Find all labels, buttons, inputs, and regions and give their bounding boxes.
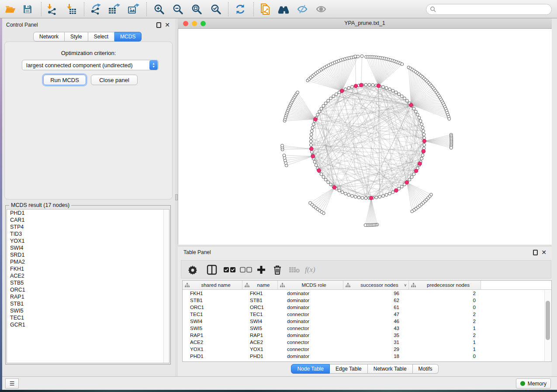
- table-row[interactable]: PHD1PHD1dominator180: [183, 353, 551, 360]
- network-node[interactable]: [338, 189, 341, 192]
- network-node[interactable]: [382, 86, 385, 89]
- network-node[interactable]: [408, 178, 411, 181]
- list-item[interactable]: TID3: [7, 230, 169, 237]
- network-node[interactable]: [315, 164, 318, 167]
- network-node[interactable]: [422, 130, 425, 133]
- network-node[interactable]: [327, 181, 330, 184]
- network-node[interactable]: [418, 116, 421, 119]
- network-node[interactable]: [416, 113, 419, 116]
- list-item[interactable]: STB1: [7, 300, 169, 307]
- tab-network-table[interactable]: Network Table: [368, 364, 413, 374]
- close-panel-button[interactable]: Close panel: [91, 75, 138, 85]
- table-row[interactable]: FKH1FKH1dominator962: [183, 290, 551, 297]
- network-node[interactable]: [378, 195, 381, 198]
- mcds-hub-node[interactable]: [394, 189, 398, 193]
- table-scrollbar[interactable]: [544, 290, 551, 361]
- tab-mcds[interactable]: MCDS: [114, 32, 142, 41]
- list-item[interactable]: ACE2: [7, 272, 169, 279]
- network-node[interactable]: [310, 130, 313, 133]
- mcds-hub-node[interactable]: [418, 162, 422, 166]
- mcds-hub-node[interactable]: [309, 147, 313, 151]
- hide-details-icon[interactable]: [296, 3, 308, 15]
- export-table-icon[interactable]: [108, 3, 120, 15]
- network-node[interactable]: [309, 202, 312, 205]
- network-node[interactable]: [320, 107, 323, 110]
- network-node[interactable]: [388, 88, 391, 91]
- network-node[interactable]: [401, 63, 404, 66]
- list-item[interactable]: ORC1: [7, 286, 169, 293]
- network-node[interactable]: [361, 196, 364, 199]
- network-node[interactable]: [322, 104, 325, 107]
- network-node[interactable]: [405, 99, 408, 102]
- network-node[interactable]: [354, 55, 357, 58]
- mcds-hub-node[interactable]: [354, 84, 358, 88]
- export-image-icon[interactable]: [128, 3, 140, 15]
- tab-motifs[interactable]: Motifs: [413, 364, 439, 374]
- network-node[interactable]: [329, 183, 332, 186]
- network-node[interactable]: [311, 126, 314, 129]
- network-node[interactable]: [296, 91, 299, 94]
- network-node[interactable]: [410, 175, 413, 179]
- mcds-list-scrollbar[interactable]: [163, 210, 169, 363]
- network-node[interactable]: [327, 99, 330, 102]
- tab-edge-table[interactable]: Edge Table: [330, 364, 368, 374]
- show-graphics-icon[interactable]: [315, 3, 327, 15]
- zoom-selected-icon[interactable]: [210, 3, 222, 15]
- import-table-icon[interactable]: [65, 3, 77, 15]
- list-item[interactable]: YOX1: [7, 237, 169, 244]
- network-node[interactable]: [316, 113, 319, 116]
- mcds-hub-node[interactable]: [422, 149, 426, 153]
- open-session-icon[interactable]: [4, 3, 17, 15]
- zoom-out-icon[interactable]: [172, 3, 184, 15]
- network-node[interactable]: [357, 196, 360, 199]
- network-node[interactable]: [283, 154, 286, 157]
- network-node[interactable]: [347, 193, 350, 196]
- network-node[interactable]: [411, 210, 414, 213]
- split-columns-icon[interactable]: [207, 264, 217, 276]
- table-row[interactable]: SWI4SWI4dominator462: [183, 318, 551, 325]
- tab-network[interactable]: Network: [33, 32, 65, 41]
- network-node[interactable]: [398, 93, 401, 96]
- network-node[interactable]: [419, 120, 422, 123]
- search-input[interactable]: [436, 7, 551, 13]
- network-node[interactable]: [347, 86, 350, 89]
- list-item[interactable]: FKH1: [7, 265, 169, 272]
- network-node[interactable]: [388, 192, 391, 195]
- tab-node-table[interactable]: Node Table: [291, 364, 330, 374]
- network-node[interactable]: [335, 93, 338, 96]
- close-panel-icon[interactable]: ✕: [541, 250, 547, 255]
- float-panel-icon[interactable]: [156, 22, 161, 28]
- network-node[interactable]: [422, 133, 426, 136]
- list-item[interactable]: TEC1: [7, 314, 169, 321]
- network-node[interactable]: [313, 160, 316, 163]
- network-node[interactable]: [332, 95, 335, 98]
- list-item[interactable]: GCR1: [7, 321, 169, 328]
- network-node[interactable]: [351, 194, 354, 197]
- mcds-hub-node[interactable]: [377, 84, 381, 88]
- table-row[interactable]: ACE2ACE2connector311: [183, 339, 551, 346]
- network-node[interactable]: [351, 86, 354, 89]
- mcds-hub-node[interactable]: [311, 155, 315, 158]
- network-node[interactable]: [421, 126, 424, 129]
- mcds-hub-node[interactable]: [359, 83, 363, 87]
- network-node[interactable]: [391, 191, 394, 194]
- mcds-hub-node[interactable]: [409, 103, 413, 107]
- refresh-view-icon[interactable]: [234, 3, 246, 15]
- column-header-name[interactable]: name: [242, 281, 278, 289]
- network-node[interactable]: [360, 55, 363, 58]
- network-node[interactable]: [324, 102, 327, 105]
- network-node[interactable]: [391, 89, 394, 92]
- optimization-criterion-select[interactable]: largest connected component (undirected)…: [22, 60, 159, 70]
- network-node[interactable]: [309, 137, 312, 140]
- clone-network-icon[interactable]: [259, 3, 271, 15]
- network-node[interactable]: [450, 146, 453, 149]
- network-node[interactable]: [344, 88, 347, 91]
- network-node[interactable]: [309, 140, 312, 143]
- network-node[interactable]: [403, 97, 406, 100]
- deselect-all-icon[interactable]: [240, 264, 252, 276]
- network-node[interactable]: [400, 95, 403, 98]
- network-window-titlebar[interactable]: YPA_prune.txt_1: [178, 18, 552, 29]
- network-node[interactable]: [364, 224, 367, 227]
- column-header-shared-name[interactable]: shared name: [183, 281, 242, 289]
- tab-select[interactable]: Select: [88, 32, 114, 41]
